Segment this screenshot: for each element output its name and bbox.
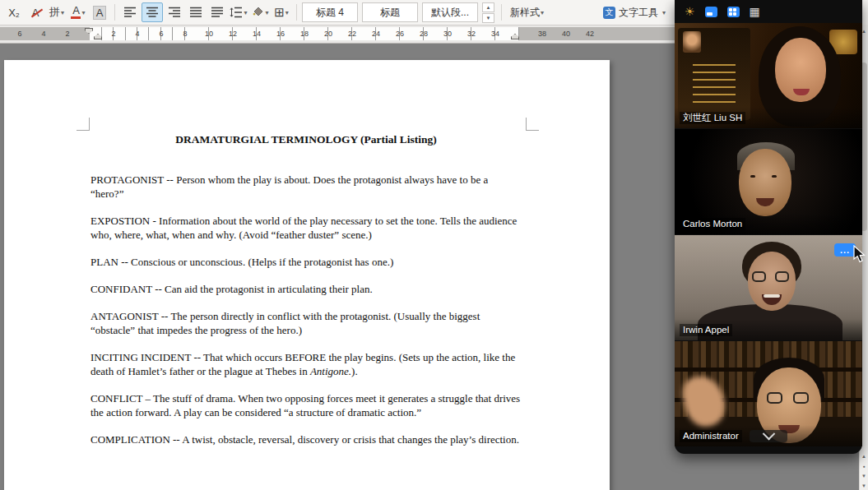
glasses-icon (752, 271, 766, 282)
ruler-number: 20 (324, 27, 332, 40)
distribute-button[interactable] (207, 2, 227, 22)
gallery-down-button[interactable]: ▼ (482, 13, 494, 23)
align-center-button[interactable] (142, 2, 163, 22)
speaker-view-icon[interactable] (705, 7, 717, 17)
ruler-number: 18 (300, 27, 309, 40)
participant-name: Carlos Morton (680, 218, 745, 230)
ruler-number: 42 (586, 27, 594, 40)
ruler-number: 40 (562, 27, 570, 40)
ruler-number: 4 (135, 27, 139, 40)
toolbar-separator (114, 4, 115, 21)
mouse-cursor (852, 245, 866, 263)
align-right-button[interactable] (165, 2, 184, 22)
chevron-down-icon[interactable]: ▾ (285, 9, 289, 16)
chevron-down-icon[interactable]: ▾ (541, 9, 544, 16)
video-tile-irwin[interactable]: ... Irwin Appel (675, 235, 862, 340)
previous-page-button[interactable]: ▲ (860, 451, 868, 460)
ruler-number: 6 (159, 27, 163, 40)
distribute-icon (211, 7, 224, 18)
chevron-down-icon (762, 428, 775, 441)
doc-paragraph: CONFLICT – The stuff of drama. When two … (91, 391, 522, 419)
justify-icon (189, 7, 202, 18)
ruler-number: 26 (396, 27, 404, 40)
ruler-number: 2 (111, 27, 115, 40)
gallery-view-icon[interactable] (727, 7, 740, 17)
crop-mark-top-left (77, 118, 90, 131)
style-gallery-scroll: ▲ ▼ (482, 2, 494, 23)
doc-paragraph: INCITING INCIDENT -- That which occurs B… (91, 350, 522, 378)
ruler-number: 10 (205, 27, 213, 40)
participant-eyes (750, 175, 755, 178)
doc-paragraph: CONFIDANT -- Can aid the protagonist in … (91, 282, 522, 296)
clear-format-button[interactable]: A (26, 2, 45, 22)
scroll-down-button[interactable]: ▼ (860, 481, 868, 490)
subscript-button[interactable]: X₂ (4, 2, 24, 22)
paint-bucket-icon (251, 7, 264, 18)
doc-paragraph: COMPLICATION -- A twist, obstacle, rever… (91, 432, 522, 446)
participant-name: Administrator (680, 430, 742, 442)
font-color-swatch (71, 16, 81, 19)
chevron-down-icon[interactable]: ▾ (61, 9, 64, 16)
toolbar-separator (501, 4, 502, 21)
doc-paragraph: PROTAGONIST -- Person whom the play is a… (91, 173, 522, 201)
style-default-paragraph[interactable]: 默认段... (422, 2, 478, 22)
participant-name: 刘世红 Liu SH (680, 112, 745, 124)
borders-grid-icon: ⊞ (274, 5, 285, 20)
glasses-icon (775, 271, 789, 282)
video-tile-administrator[interactable]: Administrator (675, 341, 862, 446)
meeting-panel-header: ☀ ▦ (675, 0, 862, 23)
toolbar-separator (296, 4, 297, 21)
chevron-down-icon[interactable]: ▾ (662, 9, 666, 16)
glasses-icon (793, 392, 809, 404)
style-heading4[interactable]: 标题 4 (302, 2, 358, 22)
grid-view-icon[interactable]: ▦ (750, 5, 760, 18)
line-spacing-button[interactable]: ▾ (229, 2, 248, 22)
overlay-photo (683, 31, 701, 53)
pinyin-guide-button[interactable]: 拼▾ (47, 2, 67, 22)
borders-button[interactable]: ⊞▾ (272, 2, 291, 22)
ruler-number: 2 (65, 27, 69, 40)
line-spacing-icon (230, 7, 243, 18)
chevron-down-icon[interactable]: ▾ (81, 9, 85, 16)
ruler-number: 34 (491, 27, 499, 40)
meeting-app-icon[interactable]: ☀ (685, 5, 695, 18)
ruler-number: 4 (41, 27, 45, 40)
crop-mark-top-right (526, 118, 539, 131)
video-tile-liu[interactable]: 刘世红 Liu SH (675, 23, 862, 128)
participant-name: Irwin Appel (680, 324, 732, 336)
text-tool-button[interactable]: 文 文字工具 ▾ (603, 2, 666, 22)
ruler-number: 24 (372, 27, 380, 40)
char-shading-button[interactable]: A (90, 2, 109, 22)
next-page-button[interactable]: ▼ (860, 471, 868, 480)
browse-object-button[interactable]: ● (860, 461, 868, 470)
align-left-icon (123, 7, 137, 18)
ruler-number: 8 (183, 27, 187, 40)
style-heading[interactable]: 标题 (362, 2, 418, 22)
screen: X₂ A 拼▾ A▾ A ▾ ▾ ⊞▾ 标题 4 标题 默认段... ▲ ▼ (0, 0, 868, 490)
ruler-number: 14 (253, 27, 261, 40)
doc-paragraph: ANTAGONIST -- The person directly in con… (91, 309, 522, 337)
ruler-number: 6 (17, 27, 21, 40)
align-center-icon (146, 7, 159, 18)
video-tile-carlos[interactable]: Carlos Morton (675, 129, 862, 234)
chevron-down-icon[interactable]: ▾ (265, 9, 268, 16)
align-left-button[interactable] (120, 2, 140, 22)
ruler-number: 22 (348, 27, 356, 40)
ruler-number: 16 (276, 27, 285, 40)
font-color-button[interactable]: A▾ (68, 2, 88, 22)
ruler-number: 12 (229, 27, 237, 40)
doc-body[interactable]: DRAMATURGIAL TERMINOLOGY (Partial Listin… (91, 132, 522, 460)
document-page[interactable]: DRAMATURGIAL TERMINOLOGY (Partial Listin… (4, 60, 610, 490)
doc-paragraph: EXPOSTION - Information about the world … (91, 214, 522, 242)
meeting-panel: ☀ ▦ 刘世红 Liu SH Carlos Morton (675, 0, 862, 454)
glasses-icon (767, 392, 782, 404)
text-tool-icon: 文 (603, 7, 615, 19)
gallery-up-button[interactable]: ▲ (482, 2, 494, 12)
ruler-number: 38 (538, 27, 546, 40)
justify-button[interactable] (186, 2, 206, 22)
doc-title: DRAMATURGIAL TERMINOLOGY (Partial Listin… (91, 132, 522, 146)
collapse-panel-button[interactable] (750, 430, 787, 442)
new-style-button[interactable]: 新样式▾ (507, 3, 547, 21)
shading-bucket-button[interactable]: ▾ (250, 2, 270, 22)
chevron-down-icon[interactable]: ▾ (244, 9, 247, 16)
